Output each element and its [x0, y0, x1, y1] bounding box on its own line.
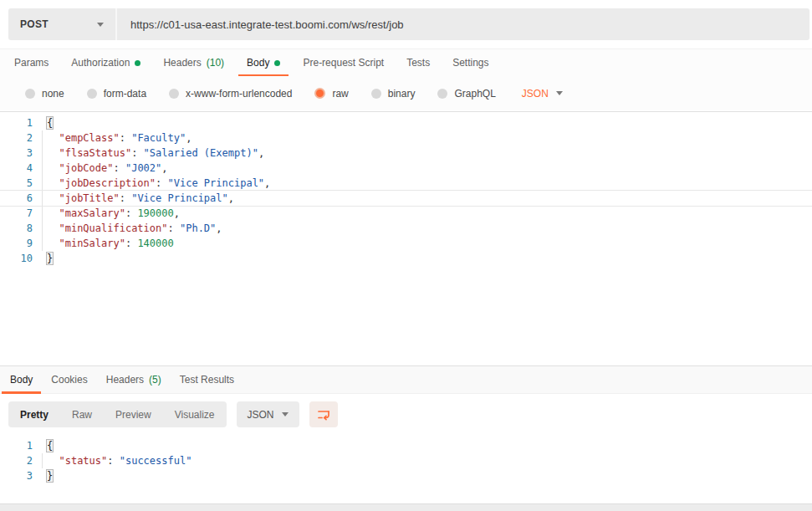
response-tab-headers[interactable]: Headers (5) [106, 366, 161, 393]
tab-tests[interactable]: Tests [406, 49, 430, 76]
tab-label: Params [14, 57, 49, 69]
code-line[interactable]: 9 "minSalary": 140000 [0, 236, 812, 251]
language-label: JSON [522, 88, 549, 100]
code-line[interactable]: 3} [0, 468, 812, 483]
chevron-down-icon [97, 23, 104, 27]
line-number: 1 [0, 438, 40, 453]
code-line[interactable]: 6 "jobTitle": "Vice Principal", [0, 191, 812, 206]
radio-selected-icon [314, 88, 325, 99]
response-tab-test-results[interactable]: Test Results [180, 366, 234, 393]
tab-label: Authorization [71, 57, 130, 69]
line-number: 3 [0, 468, 40, 483]
radio-icon [25, 89, 35, 99]
language-label: JSON [248, 409, 274, 421]
radio-icon [371, 89, 381, 99]
wrap-text-icon [316, 407, 331, 422]
bottom-scrollbar-strip[interactable] [0, 503, 812, 511]
request-url-bar: POST https://c01-usa-east.integrate-test… [8, 8, 809, 40]
code-line[interactable]: 1{ [0, 438, 812, 453]
code-text: "minQualification": "Ph.D", [40, 221, 222, 236]
tab-params[interactable]: Params [14, 49, 49, 76]
code-text: "jobTitle": "Vice Principal", [40, 191, 234, 206]
chevron-down-icon [556, 91, 563, 95]
code-text: "jobCode": "J002", [40, 161, 168, 176]
code-line[interactable]: 1{ [0, 115, 812, 130]
radio-binary[interactable]: binary [371, 88, 416, 100]
line-number: 2 [0, 130, 40, 146]
radio-label: x-www-form-urlencoded [186, 88, 292, 100]
tab-authorization[interactable]: Authorization [71, 49, 140, 76]
radio-label: binary [388, 88, 416, 100]
method-label: POST [20, 18, 49, 30]
tab-label: Body [10, 374, 33, 386]
radio-form-data[interactable]: form-data [87, 88, 146, 100]
response-language-dropdown[interactable]: JSON [237, 401, 299, 427]
code-text: { [40, 438, 53, 453]
line-number: 8 [0, 221, 40, 236]
line-number: 7 [0, 206, 40, 221]
tab-label: Headers [163, 57, 201, 69]
response-tabs: Body Cookies Headers (5) Test Results [0, 365, 812, 394]
line-number: 9 [0, 236, 40, 251]
tab-label: Body [247, 57, 269, 69]
line-number: 3 [0, 146, 40, 161]
tab-label: Headers [106, 374, 144, 386]
request-tabs: Params Authorization Headers (10) Body P… [0, 49, 812, 77]
radio-icon [169, 89, 179, 99]
radio-raw[interactable]: raw [314, 88, 348, 100]
tab-label: Test Results [180, 374, 234, 386]
radio-none[interactable]: none [25, 88, 64, 100]
code-text: "minSalary": 140000 [40, 236, 174, 251]
request-body-editor[interactable]: 1{2 "empClass": "Faculty",3 "flsaStatus"… [0, 111, 812, 366]
tab-body[interactable]: Body [247, 49, 280, 76]
code-line[interactable]: 10} [0, 251, 812, 266]
radio-label: none [42, 88, 64, 100]
radio-icon [437, 89, 447, 99]
code-line[interactable]: 4 "jobCode": "J002", [0, 161, 812, 176]
code-text: "status": "successful" [40, 453, 192, 468]
code-text: "maxSalary": 190000, [40, 206, 180, 221]
code-line[interactable]: 5 "jobDescription": "Vice Principal", [0, 176, 812, 191]
url-input[interactable]: https://c01-usa-east.integrate-test.boom… [117, 8, 809, 40]
code-text: } [40, 468, 53, 483]
radio-label: GraphQL [454, 88, 495, 100]
url-text: https://c01-usa-east.integrate-test.boom… [130, 18, 404, 31]
code-line[interactable]: 2 "status": "successful" [0, 453, 812, 468]
view-preview[interactable]: Preview [104, 409, 163, 421]
view-raw[interactable]: Raw [60, 409, 104, 421]
code-line[interactable]: 3 "flsaStatus": "Salaried (Exempt)", [0, 146, 812, 161]
tab-headers[interactable]: Headers (10) [163, 49, 224, 76]
code-line[interactable]: 2 "empClass": "Faculty", [0, 130, 812, 146]
line-number: 6 [0, 191, 40, 206]
radio-label: form-data [104, 88, 146, 100]
wrap-text-button[interactable] [309, 401, 338, 427]
body-type-row: none form-data x-www-form-urlencoded raw… [0, 76, 812, 110]
response-view-segments: Pretty Raw Preview Visualize [8, 401, 227, 427]
code-line[interactable]: 7 "maxSalary": 190000, [0, 206, 812, 221]
tab-label: Tests [406, 57, 430, 69]
tab-label: Cookies [51, 374, 87, 386]
tab-pre-request-script[interactable]: Pre-request Script [303, 49, 384, 76]
line-number: 1 [0, 115, 40, 130]
green-dot-icon [135, 60, 140, 66]
code-text: "empClass": "Faculty", [40, 130, 192, 146]
chevron-down-icon [282, 412, 289, 416]
method-dropdown[interactable]: POST [8, 8, 117, 40]
tab-settings[interactable]: Settings [452, 49, 488, 76]
response-tab-cookies[interactable]: Cookies [51, 366, 87, 393]
radio-graphql[interactable]: GraphQL [437, 88, 495, 100]
code-line[interactable]: 8 "minQualification": "Ph.D", [0, 221, 812, 236]
tab-label: Pre-request Script [303, 57, 384, 69]
line-number: 2 [0, 453, 40, 468]
code-text: { [40, 115, 53, 130]
response-view-row: Pretty Raw Preview Visualize JSON [8, 401, 338, 427]
view-pretty[interactable]: Pretty [8, 409, 60, 421]
raw-language-dropdown[interactable]: JSON [522, 88, 563, 100]
radio-x-www-form-urlencoded[interactable]: x-www-form-urlencoded [169, 88, 292, 100]
response-tab-body[interactable]: Body [10, 366, 33, 393]
radio-label: raw [332, 88, 348, 100]
tab-label: Settings [452, 57, 488, 69]
response-body-editor[interactable]: 1{2 "status": "successful"3} [0, 435, 812, 507]
view-visualize[interactable]: Visualize [163, 409, 227, 421]
headers-count: (10) [207, 57, 224, 69]
